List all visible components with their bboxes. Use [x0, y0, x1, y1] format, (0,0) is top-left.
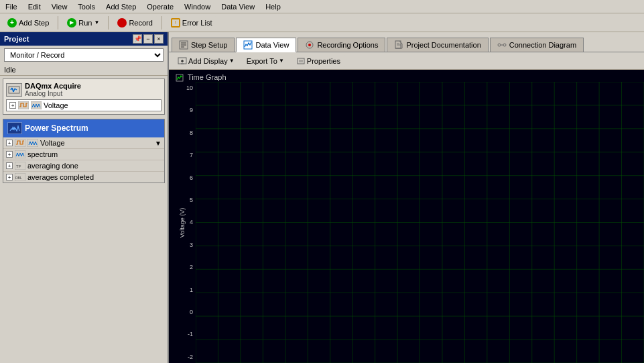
ps-children: + Voltage ▼ + [3, 137, 164, 183]
record-button[interactable]: Record [113, 16, 157, 30]
y-label-2: 2 [190, 264, 193, 270]
ps-voltage-label: Voltage [40, 139, 65, 147]
tab-connection-diagram-icon [497, 40, 507, 50]
tab-data-view-icon [243, 40, 253, 50]
ps-title: Power Spectrum [25, 123, 88, 133]
y-label-3: 3 [190, 242, 193, 248]
graph-title: Time Graph [173, 72, 229, 83]
menu-file[interactable]: File [0, 1, 23, 12]
y-label-8: 8 [190, 129, 193, 136]
y-label-7: 7 [190, 152, 193, 158]
ps-child-spectrum: + spectrum [3, 149, 164, 160]
svg-rect-9 [15, 150, 25, 158]
ps-averages-icon: DBL [15, 173, 25, 181]
main-container: Project 📌 − × Monitor / Record Idle [0, 32, 644, 363]
graph-canvas [196, 82, 644, 363]
panel-title: Project [4, 35, 29, 43]
export-to-arrow: ▼ [279, 58, 284, 64]
menu-help[interactable]: Help [260, 1, 286, 12]
tab-step-setup[interactable]: Step Setup [172, 38, 235, 52]
add-display-button[interactable]: Add Display ▼ [173, 54, 239, 68]
run-dropdown-arrow: ▼ [94, 19, 99, 25]
tab-bar: Step Setup Data View Recording Options [169, 32, 644, 52]
error-list-icon: ! [171, 18, 180, 28]
graph-container: Time Graph Voltage (V) 10 9 8 7 6 5 4 3 … [169, 70, 644, 363]
run-button[interactable]: ▶ Run ▼ [62, 16, 104, 30]
ps-child-voltage: + Voltage ▼ [3, 138, 164, 149]
run-icon: ▶ [67, 18, 76, 28]
subtoolbar: Add Display ▼ Export To ▼ Properties [169, 52, 644, 70]
svg-rect-6 [31, 101, 42, 109]
ps-spectrum-label: spectrum [27, 150, 58, 158]
y-label-6: 6 [190, 174, 193, 181]
status-bar: Idle [0, 64, 168, 76]
menu-tools[interactable]: Tools [72, 1, 101, 12]
tab-data-view[interactable]: Data View [236, 38, 296, 52]
monitor-record-dropdown-row: Monitor / Record [0, 46, 168, 64]
separator-2 [108, 16, 109, 30]
daq-voltage-row: + Voltage [6, 99, 162, 111]
panel-minimize-button[interactable]: − [143, 34, 153, 44]
y-label-5: 5 [190, 197, 193, 203]
ps-child-averages: + DBL averages completed [3, 172, 164, 183]
error-list-button[interactable]: ! Error List [166, 16, 217, 30]
ps-icon [7, 122, 22, 134]
svg-line-4 [15, 89, 17, 90]
separator-1 [58, 16, 58, 30]
ps-voltage-expand[interactable]: + [6, 140, 13, 146]
tab-project-doc[interactable]: Project Documentation [387, 38, 488, 52]
voltage-expand[interactable]: + [9, 102, 16, 109]
graph-icon [176, 74, 184, 82]
left-panel: Project 📌 − × Monitor / Record Idle [0, 32, 169, 363]
menu-operate[interactable]: Operate [141, 1, 179, 12]
panel-close-button[interactable]: × [154, 34, 164, 44]
ps-spectrum-expand[interactable]: + [6, 151, 13, 158]
ps-header[interactable]: Power Spectrum [3, 119, 164, 137]
separator-3 [162, 16, 162, 30]
add-display-icon [178, 56, 187, 66]
ps-averaging-label: averaging done [27, 162, 78, 170]
add-step-icon: + [7, 18, 17, 28]
daq-header: DAQmx Acquire Analog Input [6, 82, 162, 97]
menubar: File Edit View Tools Add Step Operate Wi… [0, 0, 644, 13]
daq-subtitle: Analog Input [25, 90, 81, 97]
menu-window[interactable]: Window [179, 1, 216, 12]
svg-text:TF: TF [16, 164, 21, 168]
tab-project-doc-icon [394, 40, 403, 50]
export-to-button[interactable]: Export To ▼ [242, 55, 289, 67]
voltage-signal-icon [31, 101, 42, 109]
menu-edit[interactable]: Edit [23, 1, 46, 12]
y-label-neg1: -1 [188, 331, 193, 338]
daq-acquire-box: DAQmx Acquire Analog Input + Voltage [3, 79, 165, 115]
y-label-10: 10 [186, 85, 193, 91]
y-axis-title: Voltage (V) [179, 207, 186, 238]
properties-icon [296, 56, 306, 66]
tab-recording-options[interactable]: Recording Options [298, 38, 385, 52]
menu-view[interactable]: View [46, 1, 73, 12]
menu-add-step[interactable]: Add Step [101, 1, 141, 12]
graph-inner: Voltage (V) 10 9 8 7 6 5 4 3 2 1 0 -1 -2 [169, 82, 644, 363]
toolbar: + Add Step ▶ Run ▼ Record ! Error List [0, 13, 644, 32]
panel-pin-button[interactable]: 📌 [133, 34, 142, 44]
monitor-record-dropdown[interactable]: Monitor / Record [4, 48, 164, 62]
panel-controls: 📌 − × [133, 34, 164, 44]
y-label-1: 1 [190, 287, 193, 293]
svg-rect-8 [27, 139, 38, 147]
properties-button[interactable]: Properties [292, 54, 345, 68]
svg-point-25 [503, 44, 506, 46]
add-step-button[interactable]: + Add Step [3, 16, 54, 30]
right-panel: Step Setup Data View Recording Options [169, 32, 644, 363]
y-axis: Voltage (V) 10 9 8 7 6 5 4 3 2 1 0 -1 -2 [169, 82, 196, 363]
y-label-neg2: -2 [188, 354, 193, 360]
menu-data-view[interactable]: Data View [216, 1, 260, 12]
voltage-label: Voltage [44, 101, 68, 109]
ps-averaging-expand[interactable]: + [6, 162, 13, 169]
add-display-arrow: ▼ [229, 58, 235, 64]
svg-rect-31 [298, 58, 304, 64]
daq-icon [6, 83, 22, 97]
tab-connection-diagram[interactable]: Connection Diagram [490, 38, 584, 52]
svg-text:DBL: DBL [15, 176, 22, 180]
ps-averages-expand[interactable]: + [6, 174, 13, 180]
record-icon [117, 18, 127, 28]
svg-point-24 [498, 44, 501, 46]
